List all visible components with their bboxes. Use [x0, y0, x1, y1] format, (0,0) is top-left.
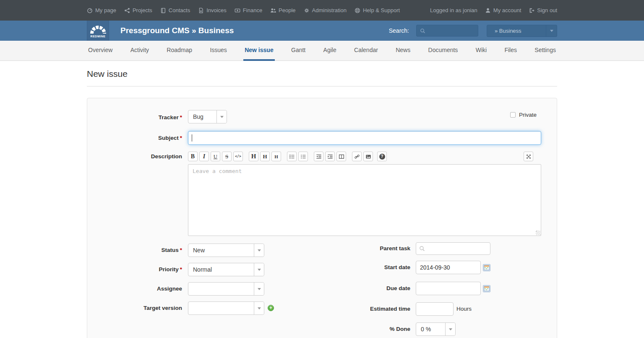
- tab-calendar[interactable]: Calendar: [353, 41, 379, 61]
- parent-task-field-wrap: [416, 242, 490, 255]
- people-icon: [270, 8, 276, 13]
- nav-finance[interactable]: Finance: [235, 7, 262, 13]
- done-ratio-label: % Done: [314, 322, 410, 336]
- private-checkbox[interactable]: [510, 112, 516, 118]
- status-select[interactable]: New: [188, 244, 264, 257]
- project-jump-select[interactable]: » Business: [487, 25, 557, 37]
- assignee-select-value: [188, 283, 254, 295]
- page-breadcrumb-title: Pressground CMS » Business: [120, 26, 234, 35]
- tracker-select[interactable]: Bug: [188, 110, 227, 123]
- nav-invoices-label: Invoices: [206, 7, 227, 13]
- redmine-logo[interactable]: REDMINE: [87, 21, 109, 41]
- tab-roadmap[interactable]: Roadmap: [165, 41, 193, 61]
- tab-files[interactable]: Files: [503, 41, 518, 61]
- table-button[interactable]: [336, 152, 346, 161]
- tab-new-issue[interactable]: New issue: [243, 41, 274, 61]
- nav-finance-label: Finance: [243, 7, 262, 13]
- heading3-button[interactable]: H: [271, 152, 281, 161]
- search-input[interactable]: [428, 28, 475, 34]
- help-icon: ?: [379, 154, 385, 160]
- assignee-select-caret-button[interactable]: [254, 283, 264, 295]
- nav-projects-label: Projects: [133, 7, 152, 13]
- status-select-caret-button[interactable]: [254, 244, 264, 257]
- expand-icon: [526, 154, 532, 160]
- add-version-button[interactable]: +: [268, 305, 274, 311]
- project-jump-value: » Business: [487, 28, 546, 34]
- assignee-select[interactable]: [188, 282, 264, 296]
- done-ratio-select[interactable]: 0 %: [416, 322, 456, 336]
- status-select-value: New: [188, 244, 254, 257]
- tab-news[interactable]: News: [394, 41, 412, 61]
- underline-button[interactable]: U: [211, 152, 220, 161]
- subject-label: Subject*: [87, 131, 182, 145]
- outdent-button[interactable]: [314, 152, 323, 161]
- unordered-list-icon: [289, 154, 295, 160]
- italic-button[interactable]: I: [199, 152, 209, 161]
- nav-people[interactable]: People: [270, 7, 295, 13]
- due-date-label: Due date: [314, 282, 410, 295]
- required-asterisk: *: [180, 247, 182, 253]
- sign-out-link[interactable]: Sign out: [529, 7, 557, 13]
- ordered-list-icon: [300, 154, 306, 160]
- priority-label: Priority*: [87, 263, 182, 276]
- ordered-list-button[interactable]: [298, 152, 308, 161]
- target-version-select[interactable]: [188, 301, 264, 315]
- help-ring-icon: [355, 8, 360, 13]
- priority-select-caret-button[interactable]: [254, 263, 264, 276]
- code-button[interactable]: </>: [233, 152, 243, 161]
- start-date-calendar-button[interactable]: [483, 264, 490, 271]
- estimated-time-input[interactable]: [416, 302, 454, 316]
- strikethrough-button[interactable]: S: [222, 152, 232, 161]
- subject-field-wrap: [188, 131, 541, 145]
- sign-out-label: Sign out: [537, 7, 557, 13]
- calendar-icon: [484, 265, 490, 270]
- heading1-button[interactable]: H: [249, 152, 258, 161]
- tab-settings[interactable]: Settings: [533, 41, 557, 61]
- tab-agile[interactable]: Agile: [322, 41, 338, 61]
- target-version-select-caret-button[interactable]: [254, 302, 264, 314]
- app-header: REDMINE Pressground CMS » Business Searc…: [0, 21, 644, 41]
- nav-help-support[interactable]: Help & Support: [355, 7, 400, 13]
- help-button[interactable]: ?: [377, 152, 387, 161]
- finance-money-icon: [235, 8, 240, 13]
- heading2-button[interactable]: H: [260, 152, 270, 161]
- due-date-calendar-button[interactable]: [483, 285, 490, 292]
- priority-select[interactable]: Normal: [188, 263, 264, 276]
- calendar-icon: [484, 286, 490, 291]
- required-asterisk: *: [180, 266, 182, 272]
- link-button[interactable]: [352, 152, 362, 161]
- contacts-book-icon: [160, 8, 166, 13]
- tab-documents[interactable]: Documents: [427, 41, 459, 61]
- assignee-label: Assignee: [87, 282, 182, 296]
- start-date-input[interactable]: [416, 261, 481, 274]
- my-account-link[interactable]: My account: [485, 7, 521, 13]
- project-jump-caret-button[interactable]: [546, 25, 557, 37]
- nav-invoices[interactable]: Invoices: [198, 7, 227, 13]
- top-bar: My page Projects Contacts Invoices Finan…: [0, 0, 644, 21]
- tab-gantt[interactable]: Gantt: [290, 41, 307, 61]
- description-textarea[interactable]: [188, 164, 541, 236]
- tab-activity[interactable]: Activity: [129, 41, 150, 61]
- required-asterisk: *: [180, 135, 182, 141]
- subject-input[interactable]: [188, 131, 541, 145]
- bold-button[interactable]: B: [188, 152, 198, 161]
- indent-button[interactable]: [325, 152, 335, 161]
- done-ratio-select-caret-button[interactable]: [445, 323, 455, 335]
- nav-administration[interactable]: Administration: [304, 7, 347, 13]
- nav-projects[interactable]: Projects: [124, 7, 152, 13]
- fullscreen-button[interactable]: [524, 152, 533, 161]
- unordered-list-button[interactable]: [287, 152, 297, 161]
- image-button[interactable]: [363, 152, 373, 161]
- tracker-select-caret-button[interactable]: [216, 110, 227, 123]
- tab-issues[interactable]: Issues: [209, 41, 228, 61]
- chevron-down-icon: [220, 116, 224, 118]
- nav-contacts[interactable]: Contacts: [160, 7, 190, 13]
- due-date-input[interactable]: [416, 282, 481, 295]
- nav-my-page[interactable]: My page: [87, 7, 116, 13]
- user-icon: [485, 8, 491, 13]
- chevron-down-icon: [550, 30, 553, 32]
- tab-overview[interactable]: Overview: [87, 41, 114, 61]
- tab-wiki[interactable]: Wiki: [475, 41, 488, 61]
- redmine-arch-icon: [90, 24, 107, 34]
- parent-task-input[interactable]: [416, 242, 490, 255]
